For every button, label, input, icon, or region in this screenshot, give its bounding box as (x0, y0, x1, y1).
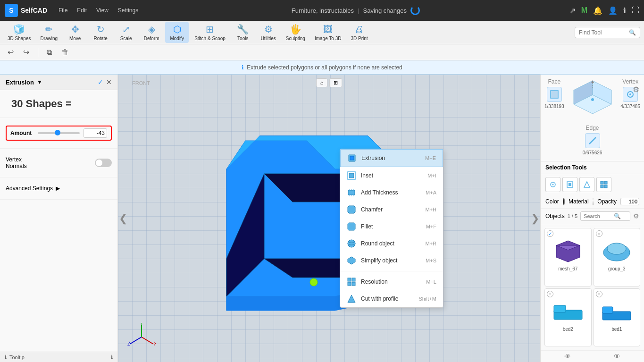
sel-tool-1[interactable] (545, 177, 560, 192)
fillet-shortcut: M+F (426, 224, 436, 229)
dropdown-item-cut-profile[interactable]: Cut with profile Shift+M (340, 290, 443, 307)
find-tool-input[interactable] (579, 29, 626, 36)
nav-left-button[interactable]: ❮ (119, 212, 127, 225)
objects-search-input[interactable] (584, 213, 612, 219)
notification-icon[interactable]: 🔔 (593, 6, 602, 15)
amount-slider-thumb (55, 130, 60, 135)
amount-slider[interactable] (38, 132, 80, 134)
front-label: FRONT (132, 80, 150, 86)
menu-file[interactable]: File (55, 5, 71, 16)
object-item-bed2[interactable]: ○ bed2 (544, 288, 592, 347)
toolbar-deform[interactable]: ◈ Deform (140, 22, 163, 43)
menu-settings[interactable]: Settings (114, 5, 142, 16)
copy-button[interactable]: ⧉ (44, 47, 55, 58)
amount-input[interactable] (84, 128, 107, 138)
dropdown-item-fillet[interactable]: Fillet M+F (340, 218, 443, 235)
svg-rect-20 (349, 173, 354, 178)
object-item-group3[interactable]: ○ group_3 (594, 228, 641, 286)
right-panel-gear[interactable]: ⚙ (633, 85, 639, 94)
toolbar-drawing[interactable]: ✏ Drawing (36, 22, 61, 43)
toolbar-utilities[interactable]: ⚙ Utilities (257, 22, 280, 43)
divider: | (358, 7, 359, 14)
svg-rect-28 (352, 278, 355, 281)
dropdown-item-extrusion[interactable]: Extrusion M+E (340, 149, 443, 167)
redo-button[interactable]: ↪ (20, 47, 32, 58)
canvas-area[interactable]: ❮ ❯ ⌂ ⊞ FRONT (118, 75, 540, 362)
fillet-icon (347, 222, 356, 231)
visibility-icon-2[interactable]: 👁 (614, 353, 620, 360)
toolbar-move[interactable]: ✥ Move (63, 22, 87, 43)
dropdown-item-round-object[interactable]: Round object M+R (340, 235, 443, 252)
fullscreen-icon[interactable]: ⛶ (632, 6, 639, 15)
undoredo-sep (38, 48, 38, 57)
3dshapes-icon: 🧊 (13, 24, 25, 35)
resolution-shortcut: M+L (426, 279, 436, 285)
dropdown-item-inset[interactable]: Inset M+I (340, 167, 443, 184)
material-icon[interactable] (593, 198, 594, 205)
grid-view-btn[interactable]: ⊞ (329, 78, 342, 87)
tooltip-bar: ℹ Tooltip ℹ (0, 352, 117, 362)
home-view-btn[interactable]: ⌂ (316, 78, 328, 87)
sel-tool-3[interactable] (579, 177, 594, 192)
toolbar-rotate[interactable]: ↻ Rotate (89, 22, 112, 43)
topbar-center: Furniture, instructables | Saving change… (150, 6, 561, 15)
sel-tool-4[interactable] (596, 177, 611, 192)
shapes-count: 30 Shapes = (6, 95, 112, 113)
face-icon[interactable] (547, 87, 562, 102)
help-icon[interactable]: ℹ (623, 6, 626, 15)
toolbar-stitch-scoop[interactable]: ⊞ Stitch & Scoop (191, 22, 229, 43)
amount-row: Amount (6, 126, 112, 141)
axis-svg: X Z Y (127, 323, 156, 351)
utilities-icon: ⚙ (264, 24, 273, 35)
shapes-count-section: 30 Shapes = (0, 90, 117, 118)
delete-button[interactable]: 🗑 (59, 47, 72, 58)
material-label: Material (569, 198, 589, 205)
color-swatch[interactable] (563, 198, 565, 205)
toolbar-3dshapes[interactable]: 🧊 3D Shapes (4, 22, 34, 43)
edge-icon[interactable] (585, 133, 600, 148)
menu-edit[interactable]: Edit (73, 5, 91, 16)
dropdown-item-chamfer[interactable]: Chamfer M+H (340, 201, 443, 218)
visibility-icon-1[interactable]: 👁 (564, 353, 571, 360)
dropdown-item-add-thickness[interactable]: Add Thickness M+A (340, 184, 443, 201)
obj-name-mesh67: mesh_67 (558, 266, 577, 271)
nav-right-button[interactable]: ❯ (531, 212, 539, 225)
preview-cube-area (564, 78, 621, 121)
toolbar-scale[interactable]: ⤢ Scale (114, 22, 138, 43)
vertex-normals-toggle[interactable] (95, 159, 112, 167)
deform-icon: ◈ (148, 24, 155, 35)
opacity-input[interactable] (620, 198, 639, 205)
dropdown-item-resolution[interactable]: Resolution M+L (340, 273, 443, 290)
undo-button[interactable]: ↩ (5, 47, 17, 58)
toolbar-modify[interactable]: ⬡ Modify (165, 22, 189, 43)
advanced-settings-row[interactable]: Advanced Settings ▶ (6, 182, 112, 194)
m-icon[interactable]: M (581, 6, 587, 15)
object-item-bed1[interactable]: ○ bed1 (594, 288, 641, 347)
obj-thumb-mesh67 (549, 237, 587, 265)
object-item-mesh67[interactable]: ✓ mesh_67 (544, 228, 592, 286)
round-object-shortcut: M+R (425, 241, 436, 246)
panel-confirm-icon[interactable]: ✓ (98, 78, 103, 86)
edge-item: Edge 0/675626 (583, 125, 602, 155)
inset-label: Inset (361, 172, 373, 179)
obj-check-bed1: ○ (596, 291, 602, 297)
svg-marker-31 (348, 295, 355, 303)
sel-tool-2[interactable] (562, 177, 577, 192)
toolbar-image-to-3d[interactable]: 🖼 Image To 3D (311, 22, 345, 43)
menu-view[interactable]: View (92, 5, 112, 16)
user-icon[interactable]: 👤 (608, 6, 618, 15)
svg-line-41 (589, 137, 596, 144)
objects-gear-icon[interactable]: ⚙ (633, 212, 639, 220)
toolbar-sculpting[interactable]: 🖐 Sculpting (282, 22, 309, 43)
chamfer-label: Chamfer (361, 206, 383, 213)
vertex-label: Vertex (6, 156, 27, 163)
dropdown-item-simplify-object[interactable]: Simplify object M+S (340, 252, 443, 269)
toolbar-tools[interactable]: 🔧 Tools (231, 22, 255, 43)
panel-close-icon[interactable]: ✕ (106, 78, 112, 86)
color-material-row: Color Material Opacity (541, 195, 644, 209)
toolbar-3dprint[interactable]: 🖨 3D Print (347, 22, 371, 43)
preview-cube-svg (569, 78, 616, 121)
share-icon[interactable]: ⇗ (569, 6, 576, 15)
panel-dropdown-icon[interactable]: ▼ (37, 79, 42, 85)
vertex-label-right: Vertex (622, 78, 638, 85)
